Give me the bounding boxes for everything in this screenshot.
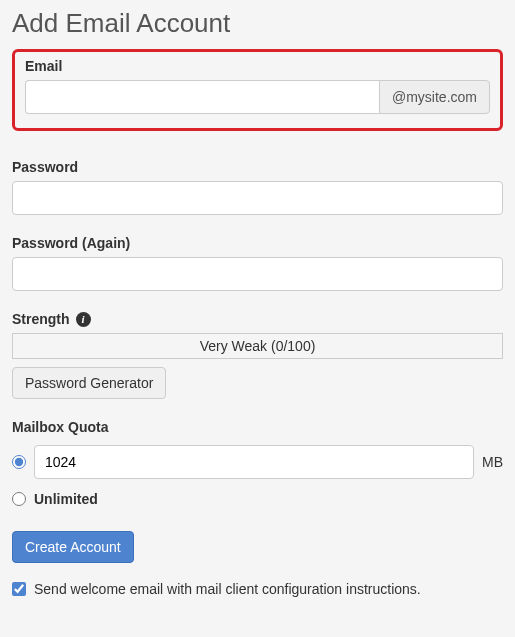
welcome-email-label: Send welcome email with mail client conf…	[34, 581, 421, 597]
page-title: Add Email Account	[12, 8, 503, 39]
welcome-email-checkbox[interactable]	[12, 582, 26, 596]
quota-value-input[interactable]	[34, 445, 474, 479]
password-generator-button[interactable]: Password Generator	[12, 367, 166, 399]
email-input[interactable]	[25, 80, 379, 114]
quota-unlimited-radio[interactable]	[12, 492, 26, 506]
quota-unit: MB	[482, 454, 503, 470]
email-highlight-box: Email @mysite.com	[12, 49, 503, 131]
mailbox-quota-label: Mailbox Quota	[12, 419, 503, 435]
password-again-input[interactable]	[12, 257, 503, 291]
password-again-label: Password (Again)	[12, 235, 503, 251]
email-input-group: @mysite.com	[25, 80, 490, 114]
strength-meter: Very Weak (0/100)	[12, 333, 503, 359]
email-domain-addon: @mysite.com	[379, 80, 490, 114]
password-label: Password	[12, 159, 503, 175]
info-icon[interactable]: i	[76, 312, 91, 327]
create-account-button[interactable]: Create Account	[12, 531, 134, 563]
email-label: Email	[25, 58, 490, 74]
quota-fixed-radio[interactable]	[12, 455, 26, 469]
password-input[interactable]	[12, 181, 503, 215]
quota-unlimited-label: Unlimited	[34, 491, 98, 507]
strength-label: Strength	[12, 311, 70, 327]
